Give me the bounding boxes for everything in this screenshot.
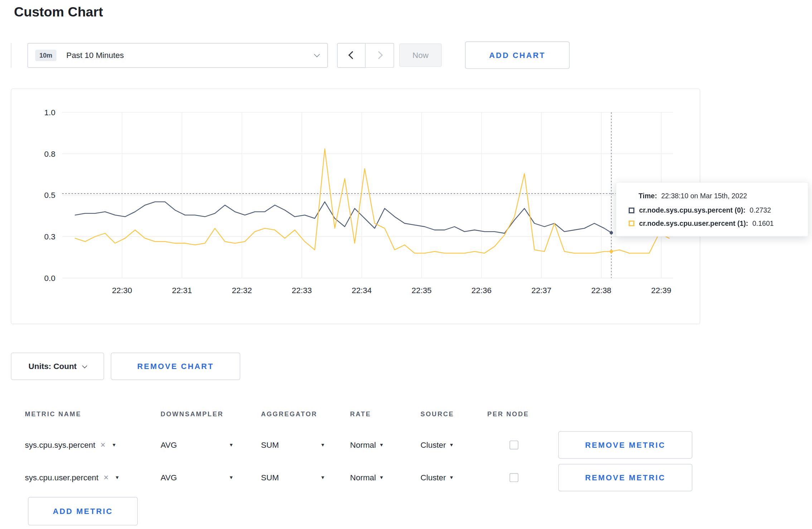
svg-text:1.0: 1.0 [44, 108, 55, 117]
svg-text:22:32: 22:32 [232, 286, 252, 295]
caret-down-icon: ▾ [321, 474, 324, 481]
metric-name-value: sys.cpu.sys.percent [25, 440, 95, 450]
metrics-table-header: METRIC NAME DOWNSAMPLER AGGREGATOR RATE … [11, 400, 699, 429]
downsampler-value: AVG [160, 440, 177, 450]
tooltip-time-value: 22:38:10 on Mar 15th, 2022 [661, 192, 747, 200]
downsampler-select[interactable]: AVG ▾ [160, 440, 261, 450]
time-range-badge: 10m [35, 49, 56, 61]
metric-name-value: sys.cpu.user.percent [25, 473, 98, 482]
metrics-table: METRIC NAME DOWNSAMPLER AGGREGATOR RATE … [11, 400, 699, 525]
units-select[interactable]: Units: Count [11, 353, 104, 380]
remove-metric-x-icon[interactable]: × [101, 441, 106, 449]
svg-text:22:36: 22:36 [472, 286, 492, 295]
caret-down-icon: ▾ [230, 442, 233, 448]
aggregator-select[interactable]: SUM ▾ [261, 440, 350, 450]
now-button[interactable]: Now [399, 43, 442, 67]
caret-down-icon: ▾ [450, 474, 453, 481]
aggregator-value: SUM [261, 473, 279, 482]
metric-name-cell[interactable]: sys.cpu.user.percent × ▾ [25, 473, 160, 482]
units-label: Units: Count [29, 361, 77, 371]
time-next-button[interactable] [366, 43, 394, 67]
downsampler-select[interactable]: AVG ▾ [160, 473, 261, 482]
tooltip-series-name: cr.node.sys.cpu.sys.percent (0): [639, 207, 745, 214]
remove-chart-button[interactable]: REMOVE CHART [111, 353, 241, 380]
remove-metric-button[interactable]: REMOVE METRIC [558, 431, 692, 459]
col-header-rate: RATE [350, 411, 421, 418]
source-select[interactable]: Cluster ▾ [420, 440, 487, 450]
svg-text:22:38: 22:38 [591, 286, 612, 295]
metric-row: sys.cpu.sys.percent × ▾ AVG ▾ SUM ▾ Norm… [11, 429, 699, 461]
time-range-label: Past 10 Minutes [66, 50, 124, 60]
svg-text:22:31: 22:31 [172, 286, 192, 295]
col-header-metric-name: METRIC NAME [25, 411, 160, 418]
chevron-right-icon [374, 51, 383, 59]
aggregator-select[interactable]: SUM ▾ [261, 473, 350, 482]
time-range-select[interactable]: 10m Past 10 Minutes [28, 43, 328, 67]
aggregator-value: SUM [261, 440, 279, 450]
source-select[interactable]: Cluster ▾ [420, 473, 487, 482]
svg-text:0.8: 0.8 [44, 150, 55, 159]
chart-card: 0.00.30.50.81.022:3022:3122:3222:3322:34… [11, 88, 700, 324]
col-header-downsampler: DOWNSAMPLER [160, 411, 261, 418]
per-node-checkbox[interactable] [509, 441, 518, 450]
source-value: Cluster [420, 473, 446, 482]
chevron-down-icon [314, 51, 320, 57]
rate-value: Normal [350, 440, 376, 450]
caret-down-icon[interactable]: ▾ [116, 474, 119, 481]
add-metric-button[interactable]: ADD METRIC [28, 497, 138, 526]
rate-select[interactable]: Normal ▾ [350, 440, 421, 450]
metric-row: sys.cpu.user.percent × ▾ AVG ▾ SUM ▾ Nor… [11, 461, 699, 494]
time-prev-button[interactable] [337, 43, 366, 67]
toolbar-divider [11, 43, 11, 67]
col-header-source: SOURCE [420, 411, 487, 418]
svg-text:22:39: 22:39 [651, 286, 671, 295]
toolbar: 10m Past 10 Minutes Now ADD CHART [11, 42, 812, 69]
caret-down-icon: ▾ [380, 442, 383, 448]
custom-chart-page: Custom Chart 10m Past 10 Minutes Now ADD… [0, 0, 812, 529]
metric-name-cell[interactable]: sys.cpu.sys.percent × ▾ [25, 440, 160, 450]
caret-down-icon: ▾ [380, 474, 383, 481]
chart-controls: Units: Count REMOVE CHART [11, 353, 812, 380]
source-value: Cluster [420, 440, 446, 450]
tooltip-time-label: Time: [638, 192, 657, 200]
series-user-swatch-icon [629, 220, 634, 226]
tooltip-series-name: cr.node.sys.cpu.user.percent (1): [639, 219, 748, 227]
svg-text:22:37: 22:37 [531, 286, 551, 295]
col-header-aggregator: AGGREGATOR [261, 411, 350, 418]
svg-text:0.5: 0.5 [44, 191, 55, 200]
chart-tooltip: Time:22:38:10 on Mar 15th, 2022 cr.node.… [616, 182, 808, 237]
tooltip-series-row: cr.node.sys.cpu.user.percent (1): 0.1601 [629, 219, 798, 227]
rate-value: Normal [350, 473, 376, 482]
chevron-left-icon [348, 51, 357, 59]
remove-metric-button[interactable]: REMOVE METRIC [558, 464, 692, 491]
tooltip-series-value: 0.1601 [752, 219, 774, 227]
tooltip-series-row: cr.node.sys.cpu.sys.percent (0): 0.2732 [629, 207, 798, 214]
caret-down-icon: ▾ [230, 474, 233, 481]
rate-select[interactable]: Normal ▾ [350, 473, 421, 482]
tooltip-time-row: Time:22:38:10 on Mar 15th, 2022 [629, 192, 798, 200]
svg-text:22:33: 22:33 [292, 286, 312, 295]
downsampler-value: AVG [160, 473, 177, 482]
col-header-per-node: PER NODE [487, 411, 558, 418]
per-node-checkbox[interactable] [509, 473, 518, 482]
page-title: Custom Chart [0, 0, 812, 20]
svg-text:22:30: 22:30 [112, 286, 132, 295]
remove-metric-x-icon[interactable]: × [104, 474, 109, 482]
caret-down-icon[interactable]: ▾ [113, 442, 116, 448]
add-chart-button[interactable]: ADD CHART [465, 42, 570, 69]
chevron-down-icon [82, 363, 87, 368]
time-pager [337, 43, 394, 67]
caret-down-icon: ▾ [321, 442, 324, 448]
caret-down-icon: ▾ [450, 442, 453, 448]
svg-text:0.0: 0.0 [44, 274, 55, 283]
tooltip-series-value: 0.2732 [750, 207, 771, 214]
series-sys-swatch-icon [629, 208, 634, 213]
svg-text:22:35: 22:35 [412, 286, 432, 295]
metrics-chart[interactable]: 0.00.30.50.81.022:3022:3122:3222:3322:34… [11, 89, 700, 324]
svg-text:22:34: 22:34 [352, 286, 372, 295]
svg-text:0.3: 0.3 [44, 232, 55, 241]
